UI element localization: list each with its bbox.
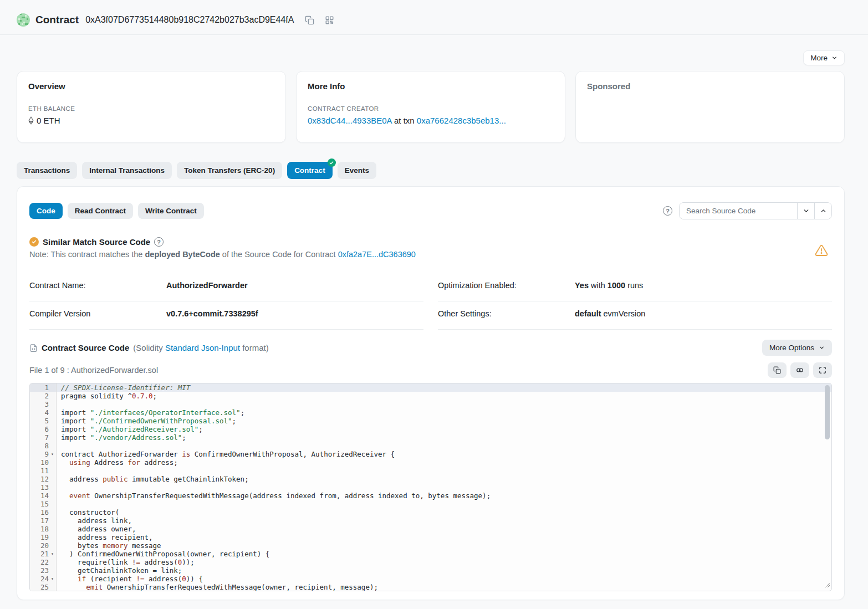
code-text: // SPDX-License-Identifier: MIT [57,383,831,392]
line-number[interactable]: 23 [30,566,57,575]
note-mid: of the Source Code for Contract [222,250,336,259]
more-info-card: More Info CONTRACT CREATOR 0x83dC44...49… [296,71,565,143]
similar-match-help-icon[interactable]: ? [154,237,164,247]
header-divider [0,34,868,35]
code-line: 13 [30,483,831,492]
copy-icon [305,16,314,25]
line-number[interactable]: 1 [30,383,57,392]
code-text: contract AuthorizedForwarder is Confirme… [57,450,831,458]
expand-icon [819,366,826,374]
line-number[interactable]: 8 [30,442,57,450]
tab-internal-transactions[interactable]: Internal Transactions [82,162,172,179]
resize-handle-icon[interactable] [825,581,830,590]
code-text: constructor( [57,508,831,516]
chevron-down-icon [819,345,825,351]
similar-match-section: Similar Match Source Code ? Note: This c… [29,237,832,259]
line-number[interactable]: 22 [30,558,57,566]
code-line: 16 constructor( [30,508,831,516]
more-options-button[interactable]: More Options [762,340,832,356]
line-number[interactable]: 17 [30,516,57,525]
other-settings-row: Other Settings: default evmVersion [438,301,832,330]
code-line: 12 address public immutable getChainlink… [30,475,831,483]
line-number[interactable]: 9▾ [30,450,57,458]
line-number[interactable]: 20 [30,541,57,550]
fold-toggle-icon[interactable]: ▾ [49,550,56,558]
subtab-code[interactable]: Code [29,203,63,219]
compiler-version-value: v0.7.6+commit.7338295f [166,309,258,318]
code-text [57,442,831,450]
line-number[interactable]: 16 [30,508,57,516]
qr-code-icon [325,16,334,24]
match-check-icon [29,237,39,247]
line-number[interactable]: 4 [30,408,57,417]
fold-toggle-icon[interactable]: ▾ [49,575,56,583]
line-number[interactable]: 15 [30,500,57,508]
code-text [57,500,831,508]
expand-button[interactable] [813,362,832,378]
line-number[interactable]: 14 [30,492,57,500]
subtab-read-contract[interactable]: Read Contract [68,203,133,219]
page-header: Contract 0xA3f07D6773514480b918C2742b027… [0,0,868,34]
link-icon [795,366,804,374]
search-source-code-input[interactable] [680,203,797,219]
optimization-row: Optimization Enabled: Yes with 1000 runs [438,273,832,301]
subtab-write-contract[interactable]: Write Contract [138,203,204,219]
line-number[interactable]: 12 [30,475,57,483]
optimization-label: Optimization Enabled: [438,281,575,290]
code-line: 2pragma solidity ^0.7.0; [30,392,831,400]
sponsored-card-title: Sponsored [587,81,833,91]
copy-icon [773,366,781,374]
creator-address-link[interactable]: 0x83dC44...4933BE0A [308,116,392,125]
code-line: 14 event OwnershipTransferRequestedWithM… [30,492,831,500]
code-text: getChainlinkToken = link; [57,566,831,575]
line-number[interactable]: 25 [30,583,57,591]
permalink-button[interactable] [790,362,809,378]
copy-source-button[interactable] [768,362,787,378]
source-code-editor[interactable]: 1// SPDX-License-Identifier: MIT2pragma … [29,383,832,591]
line-number[interactable]: 24▾ [30,575,57,583]
chevron-down-icon [831,55,838,61]
contract-name-value: AuthorizedForwarder [166,281,248,290]
creation-txn-link[interactable]: 0xa7662428c3b5eb13... [417,116,506,125]
search-prev-button[interactable] [814,203,831,219]
contract-panel: Code Read Contract Write Contract ? [17,186,845,600]
json-input-format-link[interactable]: Standard Json-Input [165,343,240,352]
line-number[interactable]: 21▾ [30,550,57,558]
code-lines: 1// SPDX-License-Identifier: MIT2pragma … [30,383,831,591]
code-line: 19 address recipient, [30,533,831,541]
line-number[interactable]: 19 [30,533,57,541]
code-line: 3 [30,400,831,408]
tab-token-transfers[interactable]: Token Transfers (ERC-20) [177,162,282,179]
line-number[interactable]: 10 [30,458,57,467]
code-text: import "./ConfirmedOwnerWithProposal.sol… [57,417,831,425]
line-number[interactable]: 3 [30,400,57,408]
contract-name-label: Contract Name: [29,281,166,290]
copy-address-button[interactable] [304,14,315,26]
matched-contract-link[interactable]: 0xfa2a7E...dC363690 [338,250,416,259]
warning-triangle-icon[interactable] [814,244,829,259]
line-number[interactable]: 11 [30,467,57,475]
line-number[interactable]: 7 [30,433,57,442]
line-number[interactable]: 2 [30,392,57,400]
more-button[interactable]: More [803,50,845,65]
tab-contract[interactable]: Contract [287,162,333,179]
qr-code-button[interactable] [324,15,335,25]
verified-badge-icon [328,158,336,167]
tab-transactions[interactable]: Transactions [17,162,77,179]
overview-card-title: Overview [28,81,274,91]
search-next-button[interactable] [797,203,814,219]
code-line: 5import "./ConfirmedOwnerWithProposal.so… [30,417,831,425]
code-line: 23 getChainlinkToken = link; [30,566,831,575]
line-number[interactable]: 18 [30,525,57,533]
line-number[interactable]: 5 [30,417,57,425]
tab-events[interactable]: Events [338,162,376,179]
code-line: 18 address owner, [30,525,831,533]
line-number[interactable]: 6 [30,425,57,433]
line-number[interactable]: 13 [30,483,57,492]
code-scrollbar-thumb[interactable] [825,385,830,439]
similar-match-title: Similar Match Source Code [43,237,150,247]
contract-name-row: Contract Name: AuthorizedForwarder [29,273,423,301]
search-help-icon[interactable]: ? [663,206,672,216]
code-text: address recipient, [57,533,831,541]
fold-toggle-icon[interactable]: ▾ [49,450,56,458]
